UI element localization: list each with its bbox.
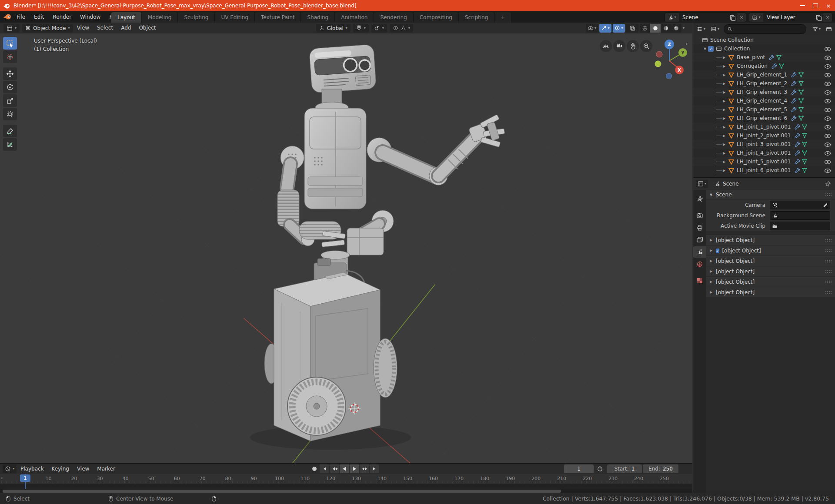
eye-icon[interactable] [824,72,831,79]
timeline-expand-icon[interactable]: › [1,475,3,481]
object-name-label[interactable]: LH_joint_5_pivot.001 [737,159,791,165]
stopwatch-icon[interactable] [597,465,603,472]
timeline-menu-item[interactable]: Marker [93,464,119,474]
tab-render[interactable] [693,210,706,221]
section-drag-handle[interactable] [825,270,832,273]
modifier-wrench-icon[interactable] [791,98,797,104]
object-name-label[interactable]: LH_joint_3_pivot.001 [737,141,791,147]
eye-icon[interactable] [824,115,831,122]
next-keyframe-button[interactable] [360,464,369,473]
section-expand-icon[interactable]: ▶ [710,269,716,273]
mesh-data-icon[interactable] [802,150,808,156]
tool-measure[interactable] [3,138,17,151]
section-expand-icon[interactable]: ▶ [710,249,716,252]
pin-icon[interactable] [825,181,831,187]
tool-annotate[interactable] [3,125,17,137]
object-expand-icon[interactable]: ▶ [723,82,727,86]
mesh-data-icon[interactable] [802,133,808,139]
properties-editor-type-button[interactable]: ▾ [696,180,708,188]
mesh-data-icon[interactable] [798,115,804,121]
view-layer-remove-icon[interactable]: × [823,13,832,22]
object-name-label[interactable]: Corrugation [737,63,768,69]
object-expand-icon[interactable]: ▶ [723,125,727,129]
tool-move[interactable] [3,67,17,80]
eye-icon[interactable] [824,141,831,148]
outliner-object-row[interactable]: ▶ LH_joint_6_pivot.001 [693,166,835,175]
outliner-object-row[interactable]: ▶ LH_Grip_element_2 [693,79,835,88]
eye-icon[interactable] [824,80,831,87]
modifier-wrench-icon[interactable] [791,106,797,113]
eye-icon[interactable] [824,150,831,157]
viewport-menu-item[interactable]: Add [117,23,135,33]
viewport-menu-item[interactable]: Select [93,23,117,33]
workspace-tab[interactable]: Scripting [459,12,494,23]
object-expand-icon[interactable]: ▶ [723,90,727,94]
modifier-wrench-icon[interactable] [794,159,800,165]
object-expand-icon[interactable]: ▶ [723,108,727,112]
section-drag-handle[interactable] [825,291,832,294]
viewport-3d[interactable]: User Perspective (Local) (1) Collection … [0,33,692,463]
section-drag-handle[interactable] [825,259,832,263]
maximize-button[interactable] [809,0,822,11]
minimize-button[interactable] [796,0,809,11]
object-expand-icon[interactable]: ▶ [723,116,727,120]
eye-icon[interactable] [824,98,831,105]
outliner-object-row[interactable]: ▶ LH_joint_3_pivot.001 [693,140,835,149]
eye-icon[interactable] [824,124,831,131]
shading-dropdown-icon[interactable]: ▾ [683,27,685,30]
pivot-dropdown[interactable]: ▾ [371,24,387,33]
camera-view-button[interactable] [613,40,625,52]
timeline-editor-type-button[interactable]: ▾ [3,464,17,473]
object-name-label[interactable]: LH_joint_4_pivot.001 [737,150,791,156]
collection-expand-icon[interactable]: ▼ [704,47,708,51]
timeline-menu-item[interactable]: Playback [17,464,48,474]
eye-icon[interactable] [824,167,831,174]
outliner-display-mode-button[interactable]: ▾ [709,25,721,33]
menu-item[interactable]: Render [48,11,76,23]
jump-to-end-button[interactable] [370,464,379,473]
object-expand-icon[interactable]: ▶ [723,99,727,103]
mesh-data-icon[interactable] [802,141,808,147]
menu-item[interactable]: File [12,11,30,23]
outliner-filter-button[interactable]: ▾ [811,25,822,33]
object-visibility-dropdown[interactable]: ▾ [586,24,598,33]
workspace-tab[interactable]: Animation [335,12,374,23]
outliner-object-row[interactable]: ▶ Corrugation [693,62,835,70]
object-expand-icon[interactable]: ▶ [723,160,727,164]
tab-world[interactable] [693,259,706,270]
properties-section-header[interactable]: ▶ ✓ [object Object] [706,277,835,287]
modifier-wrench-icon[interactable] [791,80,797,86]
outliner-object-row[interactable]: ▶ LH_joint_2_pivot.001 [693,131,835,140]
eye-icon[interactable] [824,63,831,70]
shading-material-button[interactable] [661,24,671,33]
mesh-data-icon[interactable] [778,63,785,69]
object-expand-icon[interactable]: ▶ [723,169,727,172]
mode-dropdown[interactable]: Object Mode ▾ [22,24,73,33]
camera-field[interactable] [770,201,830,209]
object-expand-icon[interactable]: ▶ [723,143,727,146]
pan-hand-button[interactable] [627,40,639,52]
timeline-track[interactable] [0,484,692,489]
object-name-label[interactable]: LH_joint_1_pivot.001 [737,124,791,130]
properties-section-header[interactable]: ▶ ✓ [object Object] [706,235,835,245]
mesh-data-icon[interactable] [798,98,804,104]
snap-dropdown[interactable]: ▾ [353,24,369,33]
outliner-search-input[interactable] [724,24,806,34]
workspace-tab[interactable]: UV Editing [215,12,255,23]
scene-collection-label[interactable]: Scene Collection [710,37,754,43]
section-checkbox[interactable]: ✓ [716,248,719,254]
current-frame-field[interactable]: 1 [564,464,594,473]
workspace-tab[interactable]: + [494,12,511,23]
viewport-menu-item[interactable]: View [73,23,93,33]
view-layer-copy-icon[interactable] [814,15,823,20]
eye-icon[interactable] [824,54,831,61]
view-layer-selector[interactable]: ▾ View Layer × [749,13,832,22]
object-name-label[interactable]: LH_joint_6_pivot.001 [737,167,791,173]
shading-solid-button[interactable] [650,24,661,33]
section-drag-handle[interactable] [825,249,832,252]
tool-cursor[interactable] [3,50,17,63]
timeline-scrollbar-thumb[interactable] [3,490,561,493]
outliner-object-row[interactable]: ▶ LH_Grip_element_5 [693,105,835,114]
outliner-object-row[interactable]: ▶ Base_pivot [693,53,835,62]
workspace-tab[interactable]: Modeling [142,12,178,23]
